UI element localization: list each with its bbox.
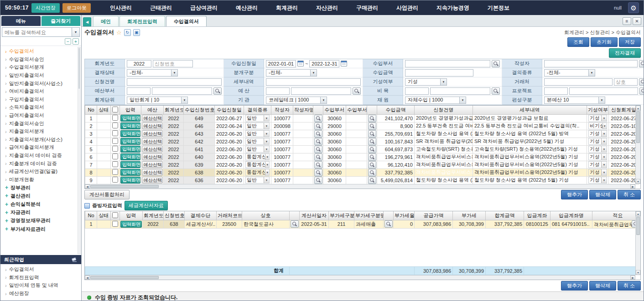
column-header[interactable]: 부가세 — [453, 211, 486, 220]
column-header[interactable]: 입금계좌명 — [551, 211, 592, 220]
column-header[interactable]: 수입부서명 — [346, 106, 367, 114]
topbar-menu-item[interactable]: 인사관리 — [101, 4, 141, 12]
budget-dept-lookup-button[interactable] — [213, 87, 222, 95]
gisung-cell-select[interactable]: 기성▼ — [588, 169, 607, 176]
sidebar-group-item[interactable]: +장부관리 — [5, 184, 77, 192]
sidebar-menu-item[interactable]: ›구입지출결의서 — [5, 96, 77, 104]
column-header[interactable]: 입금계좌 — [524, 211, 551, 220]
input-screen-button[interactable]: 입력화면 — [120, 138, 140, 145]
gisung-cell-select[interactable]: 기성▼ — [588, 161, 607, 168]
scroll-thumb[interactable] — [90, 185, 159, 188]
item-name-input[interactable] — [430, 87, 490, 95]
add-row-button[interactable]: 행추가 — [561, 190, 588, 199]
input-screen-button[interactable]: 입력화면 — [120, 161, 140, 168]
budget-dept-code-input[interactable] — [127, 87, 151, 95]
search-lookup-button[interactable] — [368, 115, 376, 122]
doc-tab[interactable]: 메인 — [93, 16, 119, 26]
doc-type-cell-select[interactable]: 일반▼ — [245, 130, 270, 137]
budget-select-button[interactable]: 예산선택 — [142, 177, 163, 184]
item-code-input[interactable] — [405, 87, 429, 95]
income-table-row[interactable]: 7입력화면예산선택20226392022-06-20통합계산서▼10007730… — [85, 161, 639, 168]
vertical-scrollbar[interactable]: ▲ ▼ — [635, 211, 640, 275]
search-lookup-button[interactable] — [314, 153, 322, 161]
gisung-cell-select[interactable]: 기성▼ — [588, 130, 607, 137]
scroll-thumb[interactable] — [636, 111, 640, 143]
scroll-left-button[interactable]: ◀ — [85, 275, 90, 280]
column-header[interactable]: 적요 — [592, 211, 641, 220]
column-header[interactable]: 거래처코드 — [217, 211, 242, 220]
search-lookup-button[interactable] — [368, 138, 376, 145]
search-lookup-button[interactable] — [368, 146, 376, 153]
column-header[interactable]: 신청건명 — [415, 106, 473, 114]
column-header[interactable] — [384, 211, 394, 220]
column-header[interactable]: 기성여부 — [587, 106, 609, 114]
column-header[interactable]: 회계년도 — [143, 211, 164, 220]
income-dept-lookup-button[interactable] — [492, 60, 500, 67]
budget-code-input[interactable] — [266, 87, 290, 95]
column-header[interactable]: 계산서일자 — [300, 211, 329, 220]
budget-name-input[interactable] — [291, 87, 351, 95]
doc-type-cell-select[interactable]: 통합계산서▼ — [245, 169, 270, 176]
doc-type-cell-select[interactable]: 통합계산서▼ — [245, 161, 270, 168]
column-header[interactable]: No — [85, 211, 97, 220]
tab-menu[interactable]: 메뉴 — [1, 16, 41, 26]
column-header[interactable]: No — [85, 106, 97, 114]
delete-row-button[interactable]: 행삭제 — [589, 281, 616, 291]
search-lookup-button[interactable] — [368, 169, 376, 176]
column-header[interactable]: 수입신청일 — [215, 106, 244, 114]
column-header[interactable] — [290, 211, 300, 220]
writer-lookup-button[interactable] — [639, 60, 644, 67]
horizontal-scrollbar[interactable]: ◀ ▶ — [85, 275, 635, 280]
recent-item[interactable]: ›예산원장 — [5, 290, 77, 298]
topbar-menu-item[interactable]: 구매관리 — [347, 4, 387, 12]
eraser-icon[interactable] — [72, 257, 78, 262]
scroll-right-button[interactable]: ▶ — [630, 275, 635, 280]
calendar-icon[interactable] — [341, 61, 347, 66]
search-lookup-button[interactable] — [384, 220, 393, 228]
column-header[interactable]: 부가세구분명 — [354, 211, 384, 220]
row-checkbox[interactable] — [112, 153, 118, 159]
sidebar-group-item[interactable]: +부가세자료관리 — [5, 225, 77, 233]
topbar-menu-item[interactable]: 기본정보 — [478, 4, 519, 12]
input-screen-button[interactable]: 입력화면 — [120, 221, 142, 228]
column-header[interactable]: 합계금액 — [486, 211, 524, 220]
recent-item[interactable]: ›수입결의서 — [5, 265, 77, 274]
budget-select-button[interactable]: 예산선택 — [142, 130, 163, 137]
income-table-row[interactable]: 8입력화면예산선택20226382022-06-20통합계산서▼10007730… — [85, 168, 639, 176]
sidebar-menu-item[interactable]: ›수입결의서 — [5, 47, 77, 56]
column-header[interactable] — [313, 106, 323, 114]
save-button[interactable]: 저장 — [619, 37, 641, 47]
sidebar-menu-item[interactable]: ›일반지출결의서(사업소) — [5, 79, 77, 87]
tab-scroll-left-button[interactable]: ◀ — [83, 17, 91, 26]
sidebar-menu-item[interactable]: ›지출결의서 데이터 검증 — [5, 152, 77, 160]
budget-select-button[interactable]: 예산선택 — [142, 161, 163, 168]
sidebar-menu-item[interactable]: ›세금계산서연결(일괄) — [5, 168, 77, 176]
tax-invoice-button[interactable]: 세금계산서자료 — [125, 201, 168, 210]
request-title-input[interactable] — [127, 78, 222, 86]
cancel-button[interactable]: 취 소 — [618, 190, 641, 199]
collapse-all-button[interactable]: − — [65, 38, 71, 45]
input-screen-button[interactable]: 입력화면 — [120, 115, 140, 122]
search-lookup-button[interactable] — [314, 130, 322, 138]
gisung-cell-select[interactable]: 기성▼ — [588, 115, 607, 122]
scroll-down-button[interactable]: ▼ — [636, 179, 640, 184]
search-lookup-button[interactable] — [368, 153, 376, 161]
date-to-input[interactable] — [309, 60, 339, 67]
topbar-menu-item[interactable]: 회계관리 — [267, 4, 307, 12]
acct-unit-select[interactable]: 일반회계 | 10▼ — [127, 97, 188, 104]
row-checkbox[interactable] — [112, 169, 118, 175]
budget-select-button[interactable]: 예산선택 — [142, 138, 163, 145]
horizontal-scrollbar[interactable]: ◀ ▶ — [85, 184, 635, 189]
tree-scrollbar[interactable] — [78, 47, 81, 254]
input-screen-button[interactable]: 입력화면 — [120, 122, 140, 129]
row-checkbox[interactable] — [112, 221, 118, 227]
input-screen-button[interactable]: 입력화면 — [120, 177, 140, 184]
expand-all-button[interactable]: + — [73, 38, 79, 45]
project-code-input[interactable] — [544, 87, 568, 95]
doc-type-cell-select[interactable]: 일반▼ — [245, 138, 270, 145]
search-lookup-button[interactable] — [314, 161, 322, 168]
column-header[interactable]: 결제수단 — [185, 211, 217, 220]
vendor-lookup-button[interactable] — [639, 78, 644, 86]
input-screen-button[interactable]: 입력화면 — [120, 153, 140, 160]
budget-select-button[interactable]: 예산선택 — [142, 122, 163, 129]
